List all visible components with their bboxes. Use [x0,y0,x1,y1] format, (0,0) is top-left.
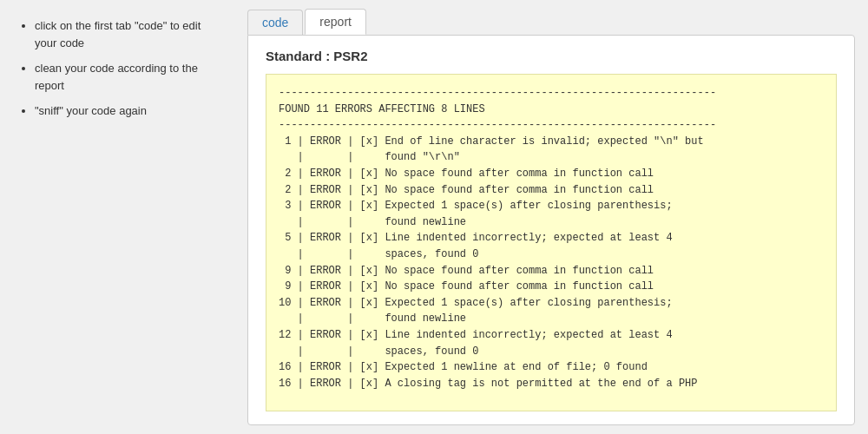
main-content: code report Standard : PSR2 ------------… [234,0,868,434]
instruction-text-1: click on the first tab "code" to edit yo… [35,19,201,49]
instruction-text-3: "sniff" your code again [35,104,147,117]
sidebar: click on the first tab "code" to edit yo… [0,0,234,434]
tab-report[interactable]: report [305,9,366,35]
list-item: click on the first tab "code" to edit yo… [35,17,217,51]
list-item: clean your code according to the report [35,60,217,94]
report-panel: Standard : PSR2 ------------------------… [247,35,855,425]
list-item: "sniff" your code again [35,102,217,120]
standard-label: Standard : PSR2 [266,49,837,63]
tab-code[interactable]: code [247,10,303,35]
report-content: ----------------------------------------… [279,85,824,391]
instruction-text-2: clean your code according to the report [35,62,198,92]
tab-bar: code report [247,9,855,35]
instructions-list: click on the first tab "code" to edit yo… [17,17,217,120]
report-box: ----------------------------------------… [266,74,837,411]
